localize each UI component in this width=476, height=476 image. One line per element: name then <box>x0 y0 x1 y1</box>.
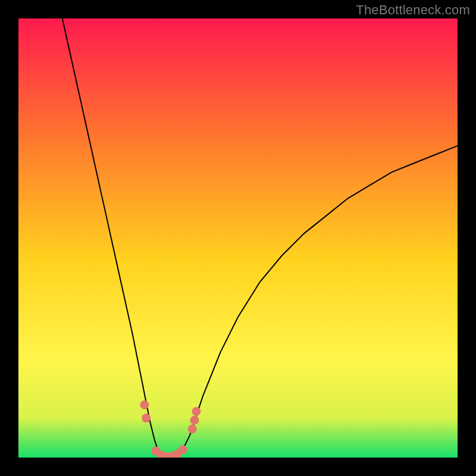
curve-marker <box>178 445 187 454</box>
attribution-watermark: TheBottleneck.com <box>356 2 470 18</box>
chart-stage: TheBottleneck.com <box>0 0 476 476</box>
plot-background <box>18 18 458 458</box>
curve-marker <box>188 425 197 434</box>
bottleneck-chart <box>0 0 476 476</box>
curve-marker <box>192 407 201 416</box>
curve-marker <box>142 414 151 422</box>
curve-marker <box>190 416 199 425</box>
curve-marker <box>140 400 149 409</box>
